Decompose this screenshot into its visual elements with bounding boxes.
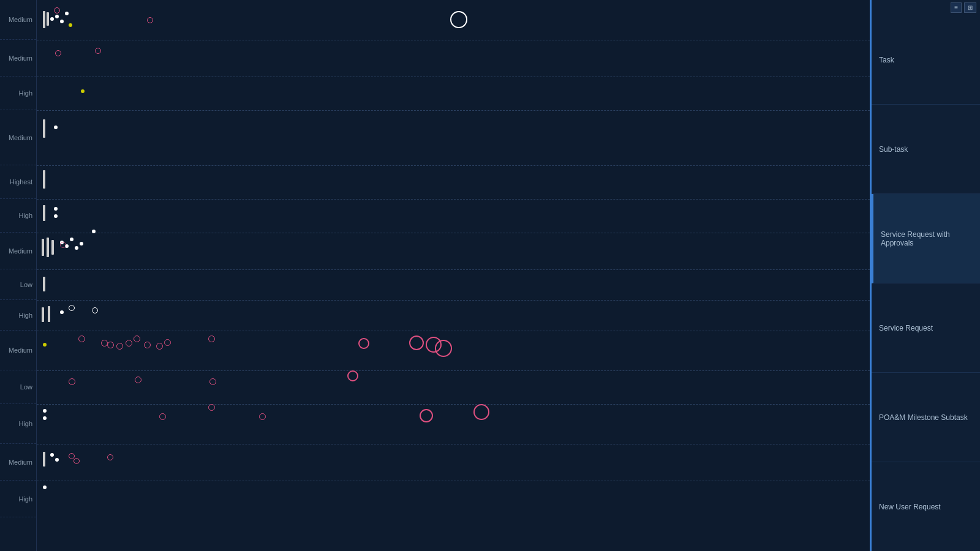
legend-item-subtask: Sub-task	[872, 105, 980, 194]
bar-r8-1	[43, 277, 45, 291]
ring-r10-11	[358, 338, 369, 349]
ring-r11-1	[69, 378, 75, 385]
dot-r4-1	[54, 126, 58, 129]
priority-label-13: Medium	[0, 444, 36, 481]
ring-r10-10	[208, 335, 215, 342]
legend-item-service-request: Service Request	[872, 283, 980, 373]
priority-label-4: Medium	[0, 110, 36, 165]
ring-r12-4	[420, 409, 433, 422]
ring-r12-1	[159, 413, 166, 420]
legend-label-poam: POA&M Milestone Subtask	[879, 413, 968, 422]
dot-r13-2	[55, 458, 59, 462]
dot-r12-1	[43, 409, 47, 413]
ring-r13-2	[74, 458, 80, 464]
bar-r1-1	[43, 11, 45, 28]
legend-header: ≡ ⊞	[872, 0, 980, 15]
priority-label-7: Medium	[0, 233, 36, 269]
dot-r7-5	[80, 242, 83, 246]
ring-r10-6	[134, 335, 140, 342]
ring-r10-14	[435, 340, 452, 357]
priority-label-10: Medium	[0, 331, 36, 370]
dot-r7-4	[75, 246, 78, 250]
ring-r2-1	[55, 50, 61, 56]
priority-label-14: High	[0, 481, 36, 517]
dot-r6-1	[54, 207, 58, 211]
dot-r13-1	[50, 453, 54, 457]
ring-r12-3	[259, 413, 266, 420]
ring-r9-2	[92, 307, 98, 313]
ring-r10-4	[116, 343, 123, 350]
priority-label-2: Medium	[0, 40, 36, 77]
dot-r7-6	[92, 230, 96, 233]
legend-item-poam: POA&M Milestone Subtask	[872, 373, 980, 462]
priority-label-1: Medium	[0, 0, 36, 40]
ring-r10-8	[156, 343, 163, 350]
bar-r9-2	[48, 306, 50, 322]
ring-r11-2	[135, 377, 141, 383]
priority-label-3: High	[0, 77, 36, 110]
legend-item-service-request-approvals: Service Request with Approvals	[872, 194, 980, 283]
legend-label-service-request: Service Request	[879, 324, 933, 332]
legend-label-new-user: New User Request	[879, 503, 941, 511]
bar-r5-1	[43, 170, 45, 189]
legend-item-task: Task	[872, 15, 980, 105]
bar-r7-2	[47, 238, 49, 257]
priority-label-9: High	[0, 300, 36, 331]
ring-r7-1	[60, 242, 66, 248]
bar-r13-1	[43, 452, 45, 467]
ring-r13-3	[107, 454, 113, 460]
priority-label-5: Highest	[0, 165, 36, 199]
scatter-area	[37, 0, 870, 551]
bar-r7-1	[42, 239, 44, 256]
ring-r11-3	[209, 378, 216, 385]
ring-r9-1	[69, 305, 75, 311]
priority-label-8: Low	[0, 269, 36, 300]
dot-r14-1	[43, 485, 47, 489]
ring-r12-5	[473, 404, 489, 420]
legend-panel: ≡ ⊞ Task Sub-task Service Request with A…	[870, 0, 980, 551]
dot-r6-2	[54, 214, 58, 218]
ring-r11-4	[347, 370, 358, 381]
dot-r1-3	[60, 20, 64, 23]
dot-r1-4	[65, 12, 69, 15]
dot-yellow-r10	[43, 343, 47, 347]
bar-r7-3	[51, 240, 54, 255]
bar-r1-2	[47, 12, 49, 26]
bar-r9-1	[42, 307, 44, 322]
dot-r12-2	[43, 416, 47, 420]
legend-label-subtask: Sub-task	[879, 145, 908, 154]
dot-r1-2	[55, 15, 59, 18]
priority-label-12: High	[0, 404, 36, 444]
bar-r6-1	[43, 205, 45, 221]
dot-yellow-r3	[81, 89, 85, 93]
dot-yellow-r1	[69, 23, 72, 27]
legend-item-new-user: New User Request	[872, 462, 980, 551]
legend-label-service-request-approvals: Service Request with Approvals	[881, 230, 973, 247]
legend-btn-1[interactable]: ≡	[951, 2, 962, 13]
dot-r7-3	[70, 238, 74, 241]
ring-r12-2	[208, 404, 215, 411]
priority-label-11: Low	[0, 370, 36, 404]
ring-r10-1	[78, 335, 85, 342]
dot-r1-1	[50, 17, 54, 21]
priority-column: Medium Medium High Medium Highest High M…	[0, 0, 37, 551]
ring-r10-7	[144, 342, 151, 348]
ring-r10-9	[164, 339, 171, 346]
priority-label-6: High	[0, 199, 36, 233]
ring-r1-large	[450, 11, 467, 28]
ring-r10-5	[126, 340, 132, 347]
ring-r1-2	[147, 17, 153, 23]
ring-r10-3	[107, 342, 114, 348]
dot-r9-1	[60, 310, 64, 314]
bar-r4-1	[43, 119, 45, 138]
ring-r2-2	[95, 48, 101, 54]
ring-r1-1	[54, 7, 60, 13]
ring-r10-12	[409, 335, 424, 350]
legend-btn-2[interactable]: ⊞	[964, 2, 976, 13]
legend-label-task: Task	[879, 56, 894, 64]
